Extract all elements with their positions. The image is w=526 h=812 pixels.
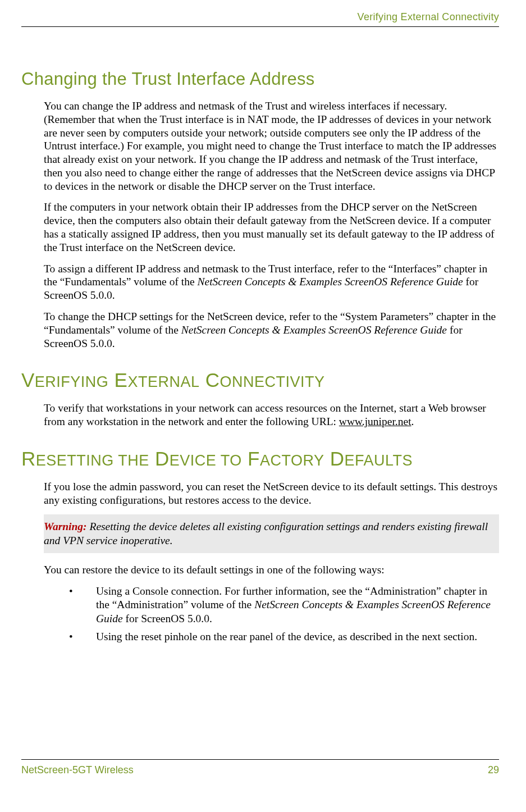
heading-part: TO <box>221 452 242 469</box>
paragraph: If the computers in your network obtain … <box>44 200 499 254</box>
text: . <box>411 416 414 427</box>
warning-label: Warning: <box>44 521 87 532</box>
reference-title: NetScreen Concepts & Examples ScreenOS R… <box>181 324 447 336</box>
paragraph: You can restore the device to its defaul… <box>44 563 499 577</box>
heading-resetting-factory-defaults: RESETTING THE DEVICE TO FACTORY DEFAULTS <box>21 448 499 470</box>
heading-part: THE <box>118 452 149 469</box>
page-container: Verifying External Connectivity Changing… <box>0 0 526 776</box>
paragraph: To assign a different IP address and net… <box>44 262 499 302</box>
heading-part: EFAULTS <box>345 452 413 469</box>
heading-verifying-external-connectivity: VERIFYING EXTERNAL CONNECTIVITY <box>21 369 499 391</box>
text: for ScreenOS 5.0.0. <box>123 613 212 624</box>
heading-cap: C <box>200 369 220 391</box>
paragraph: If you lose the admin password, you can … <box>44 480 499 507</box>
footer-page-number: 29 <box>488 764 499 776</box>
heading-part <box>216 452 221 469</box>
text: To verify that workstations in your netw… <box>44 402 486 427</box>
heading-cap: V <box>21 369 35 391</box>
link-juniper[interactable]: www.juniper.net <box>339 416 411 427</box>
paragraph: To verify that workstations in your netw… <box>44 402 499 428</box>
reference-title: NetScreen Concepts & Examples ScreenOS R… <box>197 276 463 288</box>
heading-cap: E <box>108 369 127 391</box>
footer-product: NetScreen-5GT Wireless <box>21 764 134 776</box>
list-item: Using a Console connection. For further … <box>69 585 499 626</box>
warning-text: Resetting the device deletes all existin… <box>44 521 488 546</box>
heading-part: ERIFYING <box>35 373 109 390</box>
running-header: Verifying External Connectivity <box>21 11 499 27</box>
paragraph: To change the DHCP settings for the NetS… <box>44 310 499 350</box>
heading-part: ESETTING <box>36 452 114 469</box>
heading-part: EVICE <box>170 452 217 469</box>
text: Using the reset pinhole on the rear pane… <box>96 631 477 642</box>
heading-part: ONNECTIVITY <box>220 373 325 390</box>
page-footer: NetScreen-5GT Wireless 29 <box>21 759 499 776</box>
heading-cap: D <box>324 448 345 469</box>
heading-cap: D <box>149 448 170 469</box>
heading-cap: F <box>242 448 260 469</box>
heading-part: ACTORY <box>260 452 324 469</box>
list-item: Using the reset pinhole on the rear pane… <box>69 630 499 644</box>
heading-part: XTERNAL <box>127 373 199 390</box>
warning-callout: Warning: Resetting the device deletes al… <box>44 514 499 553</box>
bullet-list: Using a Console connection. For further … <box>69 585 499 644</box>
heading-changing-trust-interface: Changing the Trust Interface Address <box>21 69 499 89</box>
paragraph: You can change the IP address and netmas… <box>44 99 499 193</box>
heading-cap: R <box>21 448 36 469</box>
